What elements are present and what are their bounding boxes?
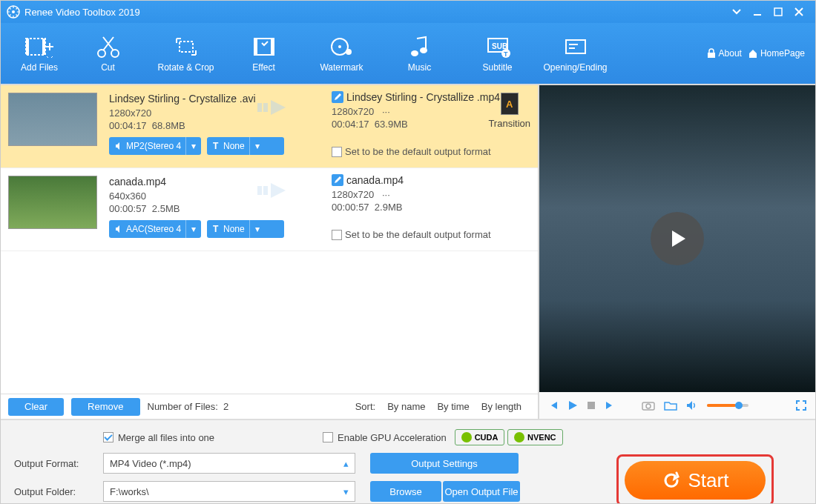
arrow-icon	[257, 182, 295, 199]
prev-button[interactable]	[548, 400, 559, 411]
home-icon	[748, 48, 758, 59]
output-settings-button[interactable]: Output Settings	[370, 453, 519, 474]
svg-rect-29	[263, 186, 268, 195]
clear-button[interactable]: Clear	[8, 398, 64, 416]
effect-button[interactable]: Effect	[225, 27, 303, 80]
watermark-icon	[329, 34, 355, 59]
svg-rect-30	[588, 402, 595, 409]
start-highlight: Start	[616, 454, 774, 504]
svg-rect-22	[566, 40, 585, 53]
watermark-button[interactable]: Watermark	[303, 27, 381, 80]
input-thumbnail	[8, 93, 97, 146]
open-output-file-button[interactable]: Open Output File	[443, 481, 520, 502]
transition-button[interactable]: ATransition	[488, 93, 530, 129]
subtitle-icon: SUBT	[485, 34, 510, 59]
music-button[interactable]: Music	[381, 27, 458, 80]
homepage-link[interactable]: HomePage	[748, 48, 805, 59]
sort-by-time[interactable]: By time	[437, 401, 469, 412]
snapshot-button[interactable]	[642, 400, 655, 411]
effect-icon	[251, 34, 277, 59]
preview-controls	[539, 392, 815, 419]
lock-icon	[706, 48, 717, 59]
svg-rect-25	[708, 53, 715, 58]
svg-point-32	[646, 404, 651, 408]
svg-rect-9	[180, 42, 193, 52]
audio-chip[interactable]: MP2(Stereo 4▾	[109, 137, 201, 155]
svg-rect-27	[263, 103, 268, 112]
maximize-button[interactable]	[768, 1, 789, 22]
subtitle-button[interactable]: SUBT Subtitle	[458, 27, 536, 80]
default-format-checkbox[interactable]	[332, 147, 342, 157]
file-row[interactable]: canada.mp4 640x360 00:00:57 2.5MB AAC(St…	[1, 168, 538, 251]
audio-chip[interactable]: AAC(Stereo 4▾	[109, 220, 201, 238]
refresh-icon	[662, 471, 681, 490]
nvenc-badge: NVENC	[507, 429, 563, 445]
play-overlay-button[interactable]	[651, 212, 704, 265]
cuda-badge: CUDA	[455, 429, 505, 445]
svg-point-7	[98, 50, 105, 57]
dropdown-menu-button[interactable]	[726, 1, 747, 22]
preview-panel	[538, 85, 815, 419]
next-button[interactable]	[605, 400, 615, 411]
subtitle-chip[interactable]: T None▾	[207, 220, 284, 238]
output-format-select[interactable]: MP4 Video (*.mp4)▴	[103, 453, 355, 474]
opening-ending-button[interactable]: Opening/Ending	[536, 27, 614, 80]
rotate-crop-button[interactable]: Rotate & Crop	[147, 27, 225, 80]
rotate-crop-icon	[174, 34, 199, 59]
svg-rect-6	[42, 39, 45, 55]
input-thumbnail	[8, 176, 97, 229]
svg-point-8	[111, 50, 119, 57]
file-list: Lindsey Stirling - Crystallize .avi 1280…	[1, 85, 538, 419]
svg-rect-5	[26, 39, 29, 55]
cut-button[interactable]: Cut	[69, 27, 147, 80]
svg-rect-28	[257, 186, 262, 195]
sort-by-length[interactable]: By length	[481, 401, 521, 412]
video-preview[interactable]	[539, 85, 815, 392]
fullscreen-button[interactable]	[796, 400, 806, 411]
svg-rect-3	[774, 8, 782, 16]
add-files-button[interactable]: Add Files	[10, 27, 69, 80]
window-title: Renee Video Toolbox 2019	[24, 7, 140, 18]
arrow-icon	[257, 99, 295, 116]
title-bar: Renee Video Toolbox 2019	[1, 1, 815, 23]
music-icon	[409, 34, 430, 59]
default-format-checkbox[interactable]	[332, 230, 342, 240]
volume-slider[interactable]	[707, 404, 748, 407]
file-row[interactable]: Lindsey Stirling - Crystallize .avi 1280…	[1, 85, 538, 168]
bottom-panel: Merge all files into one Enable GPU Acce…	[1, 419, 815, 504]
svg-rect-12	[271, 39, 274, 55]
speaker-icon	[115, 225, 124, 233]
list-footer: Clear Remove Number of Files: 2 Sort: By…	[1, 394, 538, 419]
edit-icon[interactable]	[332, 174, 343, 186]
subtitle-chip[interactable]: T None▾	[207, 137, 284, 155]
close-button[interactable]	[789, 1, 809, 22]
gpu-checkbox[interactable]	[323, 432, 333, 442]
svg-point-16	[411, 50, 418, 56]
output-folder-select[interactable]: F:\works\▾	[103, 481, 355, 502]
speaker-icon	[115, 142, 124, 150]
about-link[interactable]: About	[706, 48, 742, 59]
stop-button[interactable]	[587, 401, 596, 410]
svg-point-15	[346, 49, 352, 55]
main-toolbar: Add Files Cut Rotate & Crop Effect Water…	[1, 23, 815, 84]
open-folder-button[interactable]	[664, 400, 677, 411]
volume-button[interactable]	[686, 400, 698, 411]
svg-rect-11	[254, 39, 257, 55]
opening-ending-icon	[563, 34, 588, 59]
svg-text:T: T	[504, 50, 508, 58]
merge-checkbox[interactable]	[103, 432, 113, 442]
svg-point-1	[12, 10, 15, 13]
remove-button[interactable]: Remove	[71, 398, 139, 416]
svg-point-17	[420, 47, 427, 53]
svg-rect-26	[257, 103, 262, 112]
sort-by-name[interactable]: By name	[387, 401, 425, 412]
cut-icon	[96, 34, 121, 59]
browse-button[interactable]: Browse	[370, 481, 441, 502]
play-button[interactable]	[567, 400, 578, 411]
minimize-button[interactable]	[747, 1, 768, 22]
svg-point-14	[338, 45, 341, 48]
edit-icon[interactable]	[332, 91, 343, 103]
app-logo-icon	[7, 5, 20, 19]
add-files-icon	[23, 34, 56, 59]
start-button[interactable]: Start	[625, 461, 766, 500]
